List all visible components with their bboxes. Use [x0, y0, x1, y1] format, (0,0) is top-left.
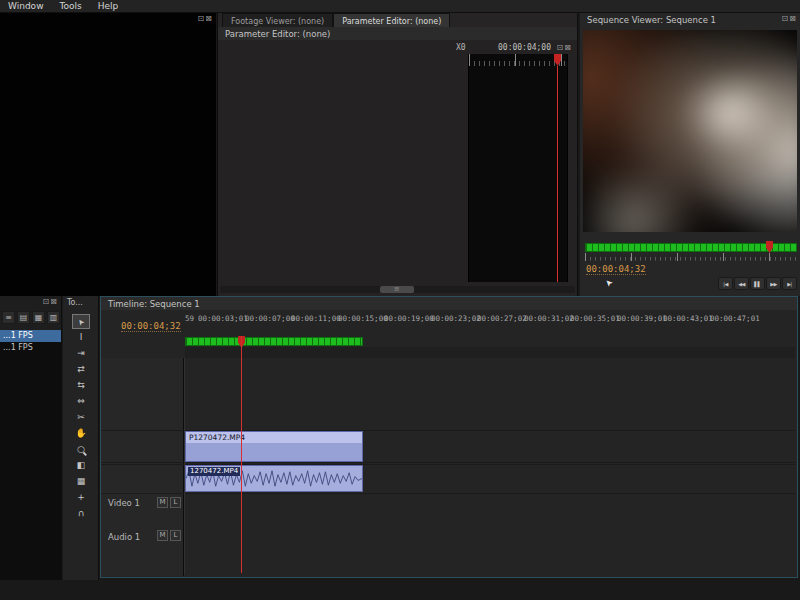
play-pause-button[interactable]: ▌▌ [750, 277, 765, 290]
list-view-icon[interactable]: ▤ [17, 311, 30, 324]
ripple-tool-button[interactable]: ⇥ [72, 346, 90, 361]
mouse-cursor: ➤ [603, 277, 615, 289]
go-to-end-button[interactable]: ▶| [782, 277, 797, 290]
close-icon[interactable]: ⊠ [205, 14, 213, 23]
track-header-column: Video 1 M L Audio 1 M L [101, 358, 184, 576]
keyframe-area[interactable] [468, 54, 568, 282]
parameter-editor-header: Parameter Editor: (none) [218, 27, 577, 40]
record-icon: ∩ [78, 509, 85, 518]
close-icon[interactable]: ⊠ [564, 43, 572, 52]
mute-button[interactable]: M [157, 530, 168, 541]
in-out-range-bar[interactable] [185, 337, 363, 346]
ruler-label: 00:00:23;02 [431, 314, 481, 323]
ruler-label: 00:00:43;01 [663, 314, 713, 323]
rolling-icon: ⇄ [77, 365, 85, 374]
horizontal-scrollbar[interactable]: ≡ [220, 286, 575, 293]
edit-icon: I [80, 333, 83, 342]
icon-view-icon[interactable]: ▦ [32, 311, 45, 324]
edit-tool-button[interactable]: I [72, 330, 90, 345]
keyframe-ruler[interactable] [469, 54, 567, 66]
project-panel: ⊡⊠ ≡ ▤ ▦ ▥ ...1 FPS ...1 FPS [0, 296, 62, 580]
transition-tool-button[interactable]: ◧ [72, 458, 90, 473]
transport-controls: |◀ ◀◀ ▌▌ ▶▶ ▶| [718, 277, 797, 290]
ruler-label: 00:00:27;02 [477, 314, 527, 323]
timeline-playhead-line [241, 336, 242, 573]
previous-frame-button[interactable]: ◀◀ [734, 277, 749, 290]
timeline-panel: Timeline: Sequence 1 00:00:04;32 59 00:0… [100, 296, 798, 578]
rolling-tool-button[interactable]: ⇄ [72, 362, 90, 377]
next-frame-button[interactable]: ▶▶ [766, 277, 781, 290]
sequence-timecode[interactable]: 00:00:04;32 [586, 264, 646, 275]
slide-icon: ⇔ [77, 397, 85, 406]
hand-icon: ✋ [75, 429, 86, 438]
tools-panel: To... ➤ I ⇥ ⇄ ⇆ ⇔ ✂ ✋ ○ ◧ ▦ + ∩ [63, 296, 99, 580]
ruler-label: 00:00:03;01 [198, 314, 248, 323]
project-toolbar: ≡ ▤ ▦ ▥ [2, 311, 60, 324]
lock-button[interactable]: L [170, 530, 181, 541]
close-icon[interactable]: ⊠ [789, 14, 797, 23]
list-item[interactable]: ...1 FPS [0, 342, 61, 354]
menu-view-icon[interactable]: ≡ [2, 311, 15, 324]
parameter-editor-title: Parameter Editor: (none) [218, 27, 577, 41]
pointer-tool-button[interactable]: ➤ [72, 314, 90, 329]
ruler-label: 00:00:31;02 [524, 314, 574, 323]
tab-parameter-editor[interactable]: Parameter Editor: (none) [333, 13, 450, 27]
timeline-timecode[interactable]: 00:00:04;32 [121, 321, 181, 332]
razor-tool-button[interactable]: ✂ [72, 410, 90, 425]
video-clip[interactable]: P1270472.MP4 [185, 431, 363, 462]
add-tool-button[interactable]: + [72, 490, 90, 505]
mute-button[interactable]: M [157, 497, 168, 508]
slip-icon: ⇆ [77, 381, 85, 390]
record-button[interactable]: ∩ [72, 506, 90, 521]
scrollbar-handle[interactable]: ≡ [380, 286, 414, 293]
panel-window-controls: ⊡⊠ [782, 14, 797, 23]
zoom-tool-button[interactable]: ○ [72, 442, 90, 457]
track-name: Video 1 [108, 498, 140, 508]
footage-viewer-panel: ⊡⊠ [0, 13, 216, 296]
clip-name-label: 1270472.MP4 [188, 467, 240, 476]
menu-item-window[interactable]: Window [0, 1, 52, 11]
parameter-editor-timecode[interactable]: 00:00:04;00 [498, 43, 551, 52]
audio-clip[interactable]: 1270472.MP4 [185, 465, 363, 492]
detail-view-icon[interactable]: ▥ [47, 311, 60, 324]
close-icon[interactable]: ⊠ [50, 297, 58, 306]
video-preview [583, 30, 797, 232]
pointer-icon: ➤ [76, 316, 86, 326]
razor-icon: ✂ [77, 413, 85, 422]
add-icon: + [77, 493, 85, 502]
hand-tool-button[interactable]: ✋ [72, 426, 90, 441]
panel-window-controls: ⊡⊠ [198, 14, 213, 23]
ruler-label: 00:00:35;01 [570, 314, 620, 323]
video-frame-image [583, 30, 797, 232]
parameter-editor-content: X0 00:00:04;00 ⊡⊠ ≡ [218, 40, 577, 296]
lock-button[interactable]: L [170, 497, 181, 508]
panel-window-controls: ⊡⊠ [557, 43, 572, 52]
go-to-start-button[interactable]: |◀ [718, 277, 733, 290]
seek-ruler-ticks[interactable] [585, 253, 797, 261]
ruler-label: 00:00:19;00 [384, 314, 434, 323]
snapping-toggle-button[interactable]: ▦ [72, 474, 90, 489]
tools-panel-title: To... [63, 296, 98, 307]
app-window: { "icons": { "float": "⊡", "close": "⊠" … [0, 0, 800, 600]
timeline-header: Timeline: Sequence 1 [101, 297, 797, 310]
seek-bar[interactable] [585, 243, 797, 252]
zoom-icon: ○ [77, 445, 85, 454]
menu-item-help[interactable]: Help [90, 1, 127, 11]
slide-tool-button[interactable]: ⇔ [72, 394, 90, 409]
timeline-ruler-ticks[interactable] [185, 347, 795, 358]
list-item[interactable]: ...1 FPS [0, 330, 61, 342]
tools-column: ➤ I ⇥ ⇄ ⇆ ⇔ ✂ ✋ ○ ◧ ▦ + ∩ [72, 314, 90, 521]
tab-footage-viewer[interactable]: Footage Viewer: (none) [222, 13, 333, 27]
track-separator [101, 493, 795, 494]
sequence-viewer-panel: Sequence Viewer: Sequence 1 ⊡⊠ 00:00:04;… [580, 13, 800, 296]
keyframe-toolbar: X0 00:00:04;00 ⊡⊠ [218, 41, 577, 54]
keyframe-param-label: X0 [456, 43, 466, 52]
track-name: Audio 1 [108, 532, 140, 542]
ruler-label: 59 [185, 314, 194, 323]
transition-icon: ◧ [77, 461, 86, 470]
timeline-ruler[interactable]: 59 00:00:03;01 00:00:07;00 00:00:11;00 0… [185, 314, 795, 325]
slip-tool-button[interactable]: ⇆ [72, 378, 90, 393]
clip-name-label: P1270472.MP4 [186, 432, 362, 443]
parameter-editor-panel: Footage Viewer: (none) Parameter Editor:… [217, 13, 578, 296]
menu-item-tools[interactable]: Tools [52, 1, 90, 11]
